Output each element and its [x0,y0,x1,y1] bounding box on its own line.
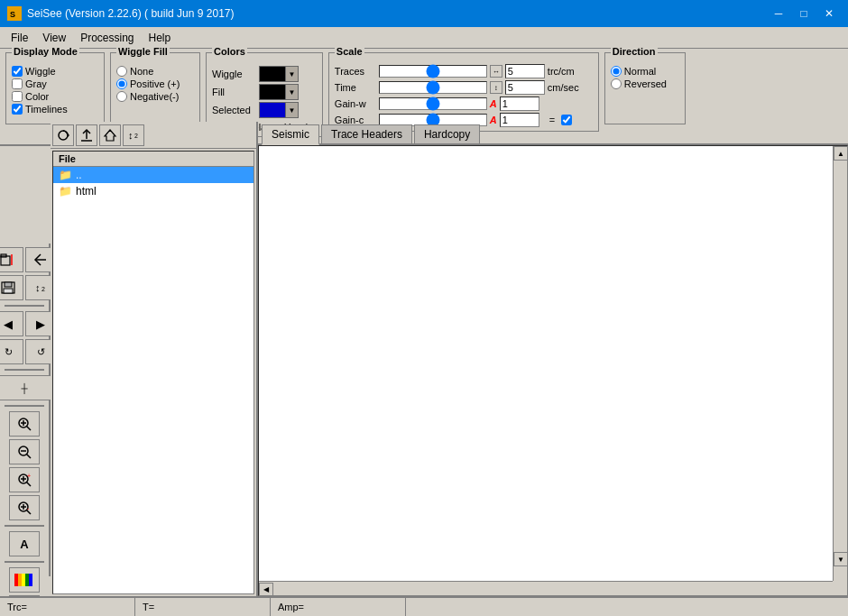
separator-3 [5,405,43,407]
status-t: T= [135,598,271,616]
svg-text:↕: ↕ [128,130,134,141]
wiggle-fill-panel: Wiggle Fill None Positive (+) Negative(-… [110,52,200,124]
title-text: SeiSee (Version 2.22.6) ( build Jun 9 20… [27,7,234,20]
traces-scale-label: Traces [335,66,376,77]
zoom-in-h-button[interactable]: + [9,467,40,492]
svg-text:↕: ↕ [35,282,41,293]
time-input[interactable] [505,80,545,95]
scrollbar-corner [833,581,847,595]
time-unit: cm/sec [548,82,593,93]
gray-label: Gray [25,78,47,89]
reversed-radio[interactable] [611,78,622,89]
normal-label: Normal [624,66,656,77]
color-checkbox[interactable] [12,91,23,102]
pan-left-button[interactable]: ◀ [0,311,23,336]
gainw-input[interactable] [500,97,539,111]
tab-seismic[interactable]: Seismic [262,124,319,145]
up-dir-button[interactable] [76,124,97,146]
svg-rect-27 [14,574,18,586]
gray-checkbox[interactable] [12,78,23,89]
time-slider[interactable] [379,81,487,94]
traces-input[interactable] [505,64,545,78]
wiggle-checkbox[interactable] [12,66,23,77]
scroll-down-btn[interactable]: ▼ [834,552,848,566]
svg-rect-29 [22,574,25,586]
time-arrow-btn[interactable]: ↕ [490,81,502,94]
scroll-left-btn[interactable]: ◀ [259,583,273,597]
separator-1 [5,305,43,307]
selected-color-arrow: ▼ [285,103,298,117]
main-area: ↕2 ◀ ▶ ↻ ↺ ┼ + [0,122,848,596]
svg-line-11 [27,427,32,431]
normal-radio[interactable] [611,66,622,77]
svg-rect-30 [25,574,29,586]
wf-negative-radio[interactable] [116,91,127,102]
svg-rect-31 [29,574,32,586]
direction-label: Direction [611,46,658,57]
zoom-in-button[interactable] [9,411,40,437]
file-open-button[interactable] [0,247,23,272]
separator-5 [5,561,43,563]
sort2-button[interactable]: ↕2 [123,124,144,146]
parent-dir-label: .. [76,169,82,181]
wf-positive-radio[interactable] [116,78,127,89]
scroll-up-btn[interactable]: ▲ [834,146,848,161]
color-label: Color [25,91,49,102]
timelines-checkbox[interactable] [12,104,23,115]
file-header: File [53,152,253,167]
minimize-button[interactable]: ─ [767,4,790,23]
zoom-out-button[interactable] [9,439,40,464]
direction-panel: Direction Normal Reversed [604,52,686,124]
svg-line-18 [27,483,32,487]
file-panel: ↕2 File 📁 .. 📁 html [51,122,258,596]
zoom-in-v-button[interactable]: - [9,495,40,520]
menu-view[interactable]: View [35,30,73,46]
wf-none-radio[interactable] [116,66,127,77]
refresh-button[interactable] [52,124,74,146]
file-item-html[interactable]: 📁 html [53,183,253,199]
menu-file[interactable]: File [4,30,35,46]
menu-processing[interactable]: Processing [73,30,141,46]
gainw-slider[interactable] [379,97,487,110]
separator-4 [5,525,43,527]
rotate-cw-button[interactable]: ↻ [0,339,23,364]
time-scale-label: Time [335,82,376,93]
wf-negative-label: Negative(-) [130,91,179,102]
horizontal-scrollbar[interactable]: ◀ [259,581,833,595]
status-amp: Amp= [271,598,406,616]
file-toolbar: ↕2 [51,122,256,149]
fill-color-btn[interactable]: ▼ [259,84,299,100]
home-button[interactable] [99,124,121,146]
wf-none-label: None [130,66,153,77]
html-dir-label: html [76,185,97,198]
svg-text:2: 2 [134,133,138,139]
status-trc: Trc= [0,598,135,616]
maximize-button[interactable]: □ [792,4,816,23]
gainw-a-label: A [490,98,497,109]
color-bar-button[interactable] [9,567,40,593]
traces-slider[interactable] [379,65,487,78]
fill-color-arrow: ▼ [285,85,298,99]
file-tree[interactable]: File 📁 .. 📁 html [52,151,254,594]
tab-trace-headers[interactable]: Trace Headers [321,124,412,143]
status-bar: Trc= T= Amp= [0,596,848,616]
wiggle-color-btn[interactable]: ▼ [259,66,299,82]
crosshair-button[interactable]: ┼ [0,375,57,400]
scale-label: Scale [335,46,364,57]
tab-hardcopy[interactable]: Hardcopy [414,124,480,143]
menu-help[interactable]: Help [142,30,179,46]
scale-panel: Scale Traces ↔ trc/cm Time ↕ cm/sec Gain… [328,52,599,132]
svg-rect-6 [5,282,12,287]
title-bar: S SeiSee (Version 2.22.6) ( build Jun 9 … [0,0,848,27]
vertical-scrollbar[interactable]: ▲ ▼ [833,146,847,581]
tab-area: Seismic Trace Headers Hardcopy ▲ ▼ ◀ [258,122,848,596]
traces-arrow-btn[interactable]: ↔ [490,65,502,78]
wf-positive-label: Positive (+) [130,78,180,89]
gainw-scale-label: Gain-w [335,98,376,109]
text-tool-button[interactable]: A [9,531,40,556]
save-button[interactable] [0,275,23,300]
close-button[interactable]: ✕ [817,4,841,23]
file-item-parent[interactable]: 📁 .. [53,167,253,183]
reversed-label: Reversed [624,78,667,89]
selected-color-btn[interactable]: ▼ [259,102,299,118]
